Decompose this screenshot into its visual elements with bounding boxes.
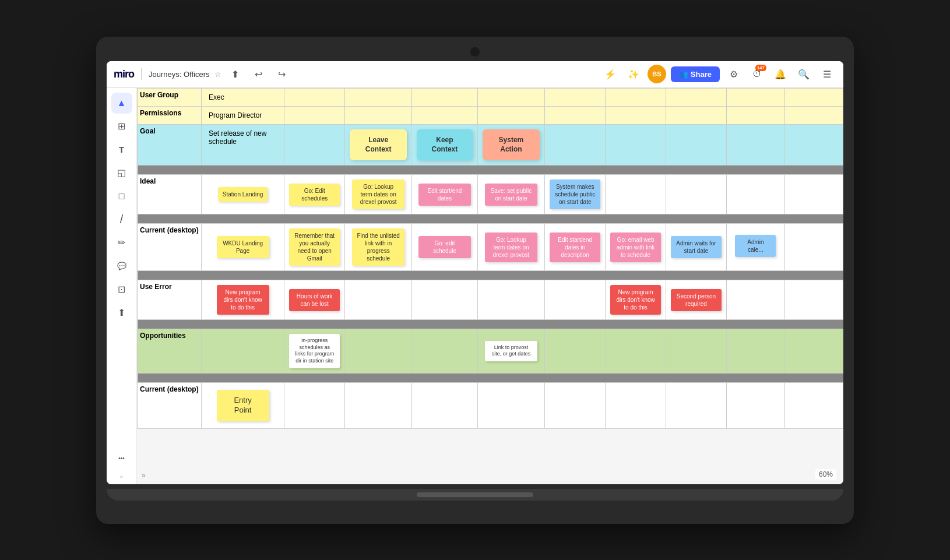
sidebar-expand[interactable]: » xyxy=(120,474,123,480)
label-useerror: Use Error xyxy=(138,280,202,320)
upload-button[interactable]: ⬆ xyxy=(226,65,245,83)
settings-button[interactable]: ⚙ xyxy=(724,65,743,83)
sidebar-grid[interactable]: ⊞ xyxy=(111,116,132,137)
filter-button[interactable]: ⚡ xyxy=(601,65,620,83)
cell-current2-6 xyxy=(545,382,606,428)
sticky-admin-cale: Admin cale... xyxy=(735,235,776,257)
cell-opp-2: in-progress schedules as links for progr… xyxy=(284,329,345,374)
cell-current-8: Admin waits for start date xyxy=(666,224,727,271)
cell-permissions-3 xyxy=(345,106,412,124)
separator-2 xyxy=(138,214,843,224)
cell-current2-9 xyxy=(726,382,784,428)
cell-opp-4 xyxy=(412,329,477,374)
cell-current-3: Find the unlisted link with in progress … xyxy=(345,224,412,271)
sticky-hours-lost: Hours of work can be lost xyxy=(289,289,340,311)
sticky-new-prog-1: New program dirs don't know to do this xyxy=(217,285,269,315)
cell-goal-5: System Action xyxy=(477,124,545,165)
sidebar-note[interactable]: ◱ xyxy=(111,163,132,184)
menu-button[interactable]: ☰ xyxy=(818,65,836,83)
cell-usergroup-3 xyxy=(345,88,412,106)
sticky-system-makes: System makes schedule public on start da… xyxy=(550,179,600,209)
collapse-sidebar-button[interactable]: » xyxy=(142,471,146,480)
cell-goal-8 xyxy=(666,124,727,165)
separator-1 xyxy=(138,165,843,175)
sticky-go-edit-schedules: Go: Edit schedules xyxy=(289,184,340,206)
cell-ideal-6: System makes schedule public on start da… xyxy=(545,175,606,214)
cell-permissions-8 xyxy=(666,106,727,124)
separator-5 xyxy=(138,373,843,382)
laptop-screen: miro Journeys: Officers ☆ ⬆ ↩ ↪ ⚡ ✨ BS 👥… xyxy=(107,61,843,484)
search-button[interactable]: 🔍 xyxy=(794,65,813,83)
cell-goal-4: Keep Context xyxy=(412,124,477,165)
cell-current-4: Go: edit schedule xyxy=(412,224,477,271)
sidebar-pen[interactable]: ✏ xyxy=(111,233,132,253)
sidebar-chat[interactable]: 💬 xyxy=(111,256,132,277)
share-icon: 👥 xyxy=(679,70,688,79)
cell-current-5: Go: Lookup term dates on drexel provost xyxy=(477,224,545,271)
topbar-divider xyxy=(141,68,142,80)
cell-current2-7 xyxy=(606,382,666,428)
cell-error-5 xyxy=(477,280,545,320)
sticky-keep-context: Keep Context xyxy=(417,129,472,161)
cell-permissions-10 xyxy=(784,106,843,124)
sticky-edit-start-end-desc: Edit start/end dates in description xyxy=(550,233,600,262)
label-permissions: Permissions xyxy=(138,106,202,124)
redo-button[interactable]: ↪ xyxy=(273,65,291,83)
cell-ideal-2: Go: Edit schedules xyxy=(284,175,345,214)
sidebar-frame[interactable]: ⊡ xyxy=(111,279,132,300)
laptop-notch xyxy=(470,47,480,57)
cell-usergroup-5 xyxy=(477,88,545,106)
table-row-opportunities: Opportunities in-progress schedules as l… xyxy=(138,329,843,374)
bell-button[interactable]: 🔔 xyxy=(771,65,790,83)
sep-cell-1 xyxy=(138,165,843,175)
board-content[interactable]: User Group Exec Permissio xyxy=(137,88,843,484)
cell-permissions-2 xyxy=(284,106,345,124)
miro-logo: miro xyxy=(114,68,134,80)
label-opportunities: Opportunities xyxy=(138,329,202,374)
sidebar-cursor[interactable]: ▲ xyxy=(111,93,132,114)
undo-button[interactable]: ↩ xyxy=(249,65,268,83)
cell-permissions-6 xyxy=(545,106,606,124)
cell-goal-10 xyxy=(784,124,843,165)
cell-error-1: New program dirs don't know to do this xyxy=(202,280,284,320)
cell-opp-10 xyxy=(784,329,843,374)
cell-opp-3 xyxy=(345,329,412,374)
cell-error-4 xyxy=(412,280,477,320)
share-button[interactable]: 👥 Share xyxy=(671,66,720,82)
cell-current-10 xyxy=(784,224,843,271)
cell-ideal-7 xyxy=(606,175,666,214)
table-row-permissions: Permissions Program Director xyxy=(138,106,843,124)
cell-goal-3: Leave Context xyxy=(345,124,412,165)
cell-ideal-9 xyxy=(726,175,784,214)
sep-cell-2 xyxy=(138,214,843,224)
sticky-system-action: System Action xyxy=(483,129,540,161)
table-row-ideal: Ideal Station Landing Go: Edit schedules… xyxy=(138,175,843,214)
sidebar: ▲ ⊞ T ◱ □ / ✏ 💬 ⊡ ⬆ ••• » xyxy=(107,88,137,484)
label-goal: Goal xyxy=(138,124,202,165)
laptop-base xyxy=(107,489,843,501)
table-row-current2: Current (desktop) Entry Point xyxy=(138,382,843,428)
cell-current2-4 xyxy=(412,382,477,428)
sidebar-line[interactable]: / xyxy=(111,209,132,230)
sidebar-upload[interactable]: ⬆ xyxy=(111,302,132,323)
sticky-leave-context: Leave Context xyxy=(350,129,407,161)
star-icon[interactable]: ☆ xyxy=(214,70,221,79)
sticky-go-edit-schedule: Go: edit schedule xyxy=(418,236,471,258)
table-row-current: Current (desktop) WKDU Landing Page Reme… xyxy=(138,224,843,271)
sidebar-text[interactable]: T xyxy=(111,139,132,160)
sticky-entry-point: Entry Point xyxy=(217,390,269,421)
cell-opp-6 xyxy=(545,329,606,374)
sticky-go-lookup-term: Go: Lookup term dates on drexel provost xyxy=(352,179,404,209)
sticky-station-landing: Station Landing xyxy=(218,187,268,202)
sticky-go-lookup-drexel: Go: Lookup term dates on drexel provost xyxy=(485,233,537,262)
user-avatar[interactable]: BS xyxy=(648,65,666,83)
cell-current2-2 xyxy=(284,382,345,428)
sticky-find-unlisted: Find the unlisted link with in progress … xyxy=(352,228,404,266)
sidebar-rect[interactable]: □ xyxy=(111,186,132,207)
cell-current2-5 xyxy=(477,382,545,428)
label-current: Current (desktop) xyxy=(138,224,202,271)
sidebar-more[interactable]: ••• xyxy=(111,448,132,469)
magic-button[interactable]: ✨ xyxy=(624,65,643,83)
cell-permissions-7 xyxy=(606,106,666,124)
label-current2: Current (desktop) xyxy=(138,382,202,428)
